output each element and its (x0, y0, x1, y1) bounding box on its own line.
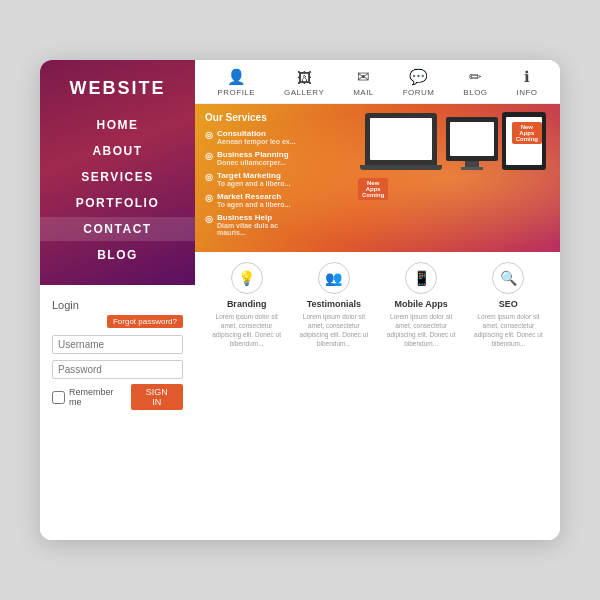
nav-gallery[interactable]: 🖼 GALLERY (284, 69, 324, 97)
seo-title: SEO (499, 299, 518, 309)
service-item-4: ◎ Business Help Diam vitae duis ac mauri… (205, 213, 307, 236)
mail-label: MAIL (353, 88, 374, 97)
service-icon-4: ◎ (205, 214, 213, 224)
service-title-3: Market Research (217, 192, 290, 201)
feature-mobile-apps: 📱 Mobile Apps Lorem ipsum dolor sit amet… (378, 262, 465, 348)
remember-row: Remember me SIGN IN (52, 384, 183, 410)
mobile-apps-icon: 📱 (405, 262, 437, 294)
nav-info[interactable]: ℹ INFO (516, 68, 537, 97)
nav-profile[interactable]: 👤 PROFILE (217, 68, 255, 97)
blog-label: BLOG (463, 88, 487, 97)
service-title-0: Consultation (217, 129, 296, 138)
new-apps-badge-2: New AppsComing (512, 122, 542, 144)
mobile-apps-desc: Lorem ipsum dolor sit amet, consectetur … (382, 312, 461, 348)
new-apps-badge-1: New AppsComing (358, 178, 388, 200)
laptop (360, 113, 442, 170)
top-nav: 👤 PROFILE 🖼 GALLERY ✉ MAIL 💬 FORUM ✏ BLO… (195, 60, 560, 104)
nav-home[interactable]: HOME (40, 113, 195, 137)
service-item-3: ◎ Market Research To agen and a libero..… (205, 192, 307, 208)
login-label: Login (52, 299, 183, 311)
testimonials-icon: 👥 (318, 262, 350, 294)
remember-label: Remember me (69, 387, 127, 407)
sign-in-button[interactable]: SIGN IN (131, 384, 183, 410)
nav-portfolio[interactable]: PORTFOLIO (40, 191, 195, 215)
seo-desc: Lorem ipsum dolor sit amet, consectetur … (469, 312, 548, 348)
service-icon-2: ◎ (205, 172, 213, 182)
forum-label: FORUM (403, 88, 435, 97)
sidebar-top: WEBSITE HOME ABOUT SERVICES PORTFOLIO CO… (40, 60, 195, 285)
service-list: ◎ Consultation Aenean tempor leo ex... ◎… (205, 129, 307, 236)
info-icon: ℹ (524, 68, 530, 86)
branding-desc: Lorem ipsum dolor sit amet, consectetur … (207, 312, 286, 348)
nav-blog[interactable]: ✏ BLOG (463, 68, 487, 97)
hero-banner: Our Services ◎ Consultation Aenean tempo… (195, 104, 560, 252)
testimonials-title: Testimonials (307, 299, 361, 309)
gallery-icon: 🖼 (297, 69, 312, 86)
laptop-base (360, 165, 442, 170)
nav-mail[interactable]: ✉ MAIL (353, 68, 374, 97)
service-icon-3: ◎ (205, 193, 213, 203)
service-desc-4: Diam vitae duis ac mauris... (217, 222, 307, 236)
password-input[interactable] (52, 360, 183, 379)
service-title-1: Business Planning (217, 150, 289, 159)
service-item-2: ◎ Target Marketing To agen and a libero.… (205, 171, 307, 187)
feature-testimonials: 👥 Testimonials Lorem ipsum dolor sit ame… (290, 262, 377, 348)
forum-icon: 💬 (409, 68, 428, 86)
devices-mockup: New AppsComing (356, 112, 550, 170)
nav-blog[interactable]: BLOG (40, 243, 195, 267)
services-title: Our Services (205, 112, 307, 123)
sidebar-login-section: Login Forgot password? Remember me SIGN … (40, 285, 195, 540)
testimonials-desc: Lorem ipsum dolor sit amet, consectetur … (294, 312, 373, 348)
service-desc-0: Aenean tempor leo ex... (217, 138, 296, 145)
nav-services[interactable]: SERVICES (40, 165, 195, 189)
branding-icon: 💡 (231, 262, 263, 294)
remember-checkbox[interactable] (52, 391, 65, 404)
mobile-apps-title: Mobile Apps (395, 299, 448, 309)
profile-icon: 👤 (227, 68, 246, 86)
features-row: 💡 Branding Lorem ipsum dolor sit amet, c… (203, 262, 552, 534)
service-item-0: ◎ Consultation Aenean tempor leo ex... (205, 129, 307, 145)
nav-about[interactable]: ABOUT (40, 139, 195, 163)
feature-branding: 💡 Branding Lorem ipsum dolor sit amet, c… (203, 262, 290, 348)
branding-title: Branding (227, 299, 267, 309)
gallery-label: GALLERY (284, 88, 324, 97)
seo-icon: 🔍 (492, 262, 524, 294)
service-title-2: Target Marketing (217, 171, 290, 180)
monitor-screen (450, 122, 494, 156)
laptop-screen (370, 118, 432, 160)
monitor (446, 117, 498, 170)
service-desc-1: Donec ullamcorper... (217, 159, 289, 166)
username-input[interactable] (52, 335, 183, 354)
monitor-base (461, 167, 483, 170)
feature-seo: 🔍 SEO Lorem ipsum dolor sit amet, consec… (465, 262, 552, 348)
mail-icon: ✉ (357, 68, 370, 86)
monitor-body (446, 117, 498, 161)
site-logo: WEBSITE (69, 78, 165, 99)
profile-label: PROFILE (217, 88, 255, 97)
laptop-body (365, 113, 437, 165)
service-item-1: ◎ Business Planning Donec ullamcorper... (205, 150, 307, 166)
main-card: WEBSITE HOME ABOUT SERVICES PORTFOLIO CO… (40, 60, 560, 540)
main-content: 👤 PROFILE 🖼 GALLERY ✉ MAIL 💬 FORUM ✏ BLO… (195, 60, 560, 540)
service-desc-2: To agen and a libero... (217, 180, 290, 187)
service-icon-0: ◎ (205, 130, 213, 140)
service-desc-3: To agen and a libero... (217, 201, 290, 208)
service-title-4: Business Help (217, 213, 307, 222)
nav-forum[interactable]: 💬 FORUM (403, 68, 435, 97)
features-section: 💡 Branding Lorem ipsum dolor sit amet, c… (195, 252, 560, 540)
info-label: INFO (516, 88, 537, 97)
nav-contact[interactable]: CONTACT (40, 217, 195, 241)
service-icon-1: ◎ (205, 151, 213, 161)
sidebar-nav: HOME ABOUT SERVICES PORTFOLIO CONTACT BL… (40, 113, 195, 267)
hero-services: Our Services ◎ Consultation Aenean tempo… (205, 112, 307, 236)
blog-icon: ✏ (469, 68, 482, 86)
sidebar: WEBSITE HOME ABOUT SERVICES PORTFOLIO CO… (40, 60, 195, 540)
forgot-password-button[interactable]: Forgot password? (107, 315, 183, 328)
